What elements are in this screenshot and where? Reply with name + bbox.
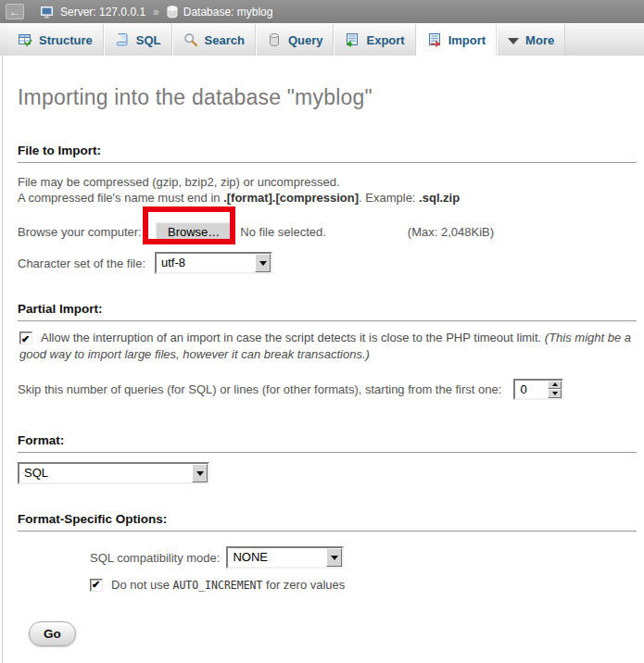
search-icon (183, 32, 198, 47)
dropdown-arrow-button[interactable] (326, 548, 342, 567)
tab-bar: Structure SQL Search Query (0, 23, 644, 56)
tab-search[interactable]: Search (172, 24, 256, 56)
tab-import[interactable]: Import (416, 24, 497, 56)
phpmyadmin-import-page: ← Server: 127.0.0.1 » Database: myblog (0, 0, 644, 663)
section-partial-import: Partial Import: (18, 302, 637, 321)
back-button[interactable]: ← (6, 4, 24, 19)
file-upload-row: Browse your computer: Browse… No file se… (18, 220, 644, 243)
interrupt-text: Allow the interruption of an import in c… (41, 331, 545, 344)
note-format-pattern: .[format].[compression] (223, 191, 359, 205)
tab-label: Structure (39, 33, 93, 47)
sql-compatibility-row: SQL compatibility mode: NONE (18, 546, 644, 569)
auto-increment-row: Do not use AUTO_INCREMENT for zero value… (18, 578, 644, 592)
format-select[interactable]: SQL (18, 462, 209, 484)
spinner-up-button[interactable] (548, 381, 562, 390)
tab-structure[interactable]: Structure (7, 24, 104, 56)
tab-label: Import (448, 33, 486, 47)
submit-row: Go (18, 621, 644, 646)
max-size-text: (Max: 2,048KiB) (408, 225, 494, 239)
tab-export[interactable]: Export (334, 24, 415, 56)
tab-query[interactable]: Query (256, 24, 335, 56)
section-format: Format: (18, 433, 637, 453)
browse-label: Browse your computer: (18, 225, 155, 239)
compat-selected-value: NONE (228, 548, 326, 567)
interrupt-checkbox[interactable] (19, 332, 32, 344)
back-arrow-icon: ← (9, 6, 20, 18)
note-line1: File may be compressed (gzip, bzip2, zip… (18, 175, 340, 189)
charset-label: Character set of the file: (18, 256, 155, 270)
note-line2-prefix: A compressed file's name must end in (18, 191, 223, 205)
dropdown-arrow-button[interactable] (192, 464, 208, 482)
chevron-down-icon (508, 38, 519, 44)
skip-value: 0 (515, 381, 548, 398)
sql-icon (115, 32, 130, 47)
skip-number-input[interactable]: 0 (513, 379, 563, 400)
breadcrumb-server-link[interactable]: Server: 127.0.0.1 (60, 6, 145, 19)
note-line2-mid: . Example: (359, 191, 419, 205)
auto-increment-checkbox[interactable] (90, 579, 103, 592)
section-file-to-import: File to Import: (18, 144, 637, 163)
tab-label: Search (205, 33, 245, 47)
tab-sql[interactable]: SQL (104, 24, 172, 56)
import-icon (427, 32, 442, 47)
charset-row: Character set of the file: utf-8 (18, 252, 644, 274)
note-example: .sql.zip (419, 191, 460, 205)
tab-more[interactable]: More (497, 24, 565, 56)
tab-label: Export (366, 33, 404, 47)
export-icon (345, 32, 360, 47)
spinner-down-icon (552, 392, 558, 395)
section-format-specific-options: Format-Specific Options: (18, 512, 637, 532)
database-icon (167, 6, 178, 19)
compression-note: File may be compressed (gzip, bzip2, zip… (18, 174, 637, 206)
breadcrumb-separator: » (151, 6, 161, 19)
spinner-down-button[interactable] (548, 389, 562, 398)
autoinc-text-suffix: for zero values (262, 578, 345, 592)
browse-button[interactable]: Browse… (155, 221, 233, 243)
dropdown-arrow-icon (196, 471, 204, 476)
go-button[interactable]: Go (29, 621, 76, 646)
tab-label: SQL (136, 33, 161, 47)
page-title: Importing into the database "myblog" (18, 56, 644, 110)
format-selected-value: SQL (19, 464, 192, 482)
interrupt-option-row: Allow the interruption of an import in c… (19, 330, 635, 362)
charset-selected-value: utf-8 (157, 254, 255, 272)
autoinc-text-prefix: Do not use (111, 578, 173, 592)
format-row: SQL (18, 462, 644, 484)
no-file-selected-text: No file selected. (240, 225, 326, 239)
dropdown-arrow-icon (259, 261, 267, 266)
import-form: Importing into the database "myblog" Fil… (2, 56, 644, 663)
breadcrumb: ← Server: 127.0.0.1 » Database: myblog (0, 0, 644, 23)
tab-label: More (525, 33, 554, 47)
spinner-buttons (548, 381, 562, 398)
skip-queries-row: Skip this number of queries (for SQL) or… (18, 378, 644, 400)
spinner-up-icon (552, 382, 558, 386)
autoinc-code: AUTO_INCREMENT (173, 579, 263, 592)
charset-select[interactable]: utf-8 (155, 252, 272, 274)
skip-label: Skip this number of queries (for SQL) or… (18, 382, 501, 396)
server-icon (41, 6, 55, 19)
compat-label: SQL compatibility mode: (90, 551, 220, 565)
tab-label: Query (288, 33, 323, 47)
structure-icon (18, 32, 32, 47)
dropdown-arrow-icon (331, 556, 338, 560)
compat-select[interactable]: NONE (226, 546, 344, 569)
breadcrumb-database-link[interactable]: Database: myblog (183, 6, 273, 19)
query-icon (267, 32, 282, 47)
dropdown-arrow-button[interactable] (255, 254, 271, 272)
